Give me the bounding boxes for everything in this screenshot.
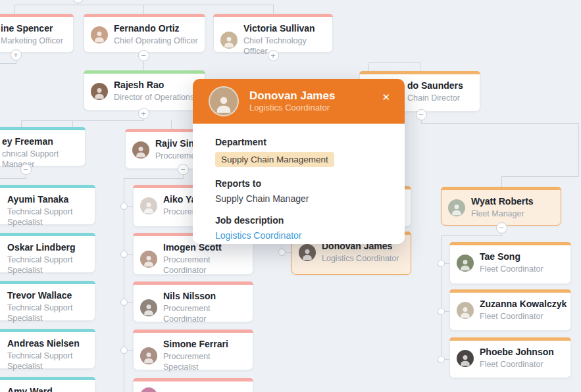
employee-detail-popup: Donovan James Logistics Coordinator ✕ De… (193, 79, 405, 244)
avatar (140, 347, 157, 364)
org-card-wyatt[interactable]: Wyatt RobertsFleet Manager (441, 187, 561, 226)
close-icon[interactable]: ✕ (382, 92, 390, 102)
employee-title: Director of Operations (114, 92, 194, 103)
org-card-spencer[interactable]: ine SpencerMarketing Officer (0, 14, 74, 53)
card-accent-bar (0, 233, 95, 236)
avatar (140, 251, 157, 268)
card-accent-bar (133, 378, 253, 381)
org-chart-canvas[interactable]: Donovan James Logistics Coordinator ✕ De… (0, 0, 581, 392)
employee-name: Nils Nilsson (163, 291, 246, 302)
org-card-tae[interactable]: Tae SongFleet Coordinator (449, 242, 571, 284)
collapse-toggle-saunders[interactable]: − (416, 109, 427, 120)
department-badge: Supply Chain Management (215, 152, 334, 167)
org-card-trevor[interactable]: Trevor WallaceTechnical Support Speciali… (0, 281, 95, 321)
org-card-freeman[interactable]: ey Freemanchnical Support Manager (0, 127, 86, 166)
connector-line (0, 63, 16, 64)
connector-line (21, 120, 144, 121)
collapse-toggle-freeman[interactable]: − (20, 164, 32, 175)
connector-line (368, 62, 420, 63)
org-card-zuzanna[interactable]: Zuzanna KowalczykFleet Coordinator (449, 289, 571, 331)
card-accent-bar (213, 14, 333, 17)
expand-toggle-rajesh[interactable]: + (138, 108, 149, 119)
org-card-kayla[interactable]: Kayla Edwards (133, 378, 253, 392)
employee-name: Simone Ferrari (163, 339, 246, 350)
connector-line (0, 178, 26, 179)
avatar (448, 199, 465, 216)
collapse-toggle-rajiv[interactable]: − (178, 164, 189, 175)
job-description-link[interactable]: Logistics Coordinator (215, 230, 389, 241)
employee-title: Procurement Coordinator (163, 255, 246, 276)
card-accent-bar (84, 14, 205, 17)
employee-title: Fleet Coordinator (480, 264, 543, 274)
avatar (91, 83, 108, 100)
card-accent-bar (133, 330, 253, 333)
employee-title: Chief Operating Officer (114, 36, 198, 46)
connector-line (14, 5, 274, 5)
employee-name: Zuzanna Kowalczyk (480, 299, 567, 310)
connector-dot (438, 260, 445, 267)
connector-line (143, 61, 144, 70)
connector-dot (438, 308, 445, 315)
person-icon (214, 94, 234, 114)
employee-name: Ayumi Tanaka (7, 194, 88, 205)
connector-line (501, 176, 579, 177)
employee-name: Oskar Lindberg (7, 242, 88, 253)
connector-line (421, 123, 579, 124)
avatar (457, 302, 474, 319)
reports-to-label: Reports to (215, 178, 389, 189)
collapse-toggle-wyatt[interactable]: − (496, 222, 507, 233)
avatar (209, 86, 239, 116)
connector-line (441, 235, 442, 359)
card-accent-bar (0, 329, 95, 332)
org-card-oskar[interactable]: Oskar LindbergTechnical Support Speciali… (0, 233, 95, 273)
employee-name: Wyatt Roberts (471, 196, 534, 207)
connector-line (441, 235, 502, 236)
connector-line (171, 120, 172, 129)
org-card-andreas[interactable]: Andreas NielsenTechnical Support Special… (0, 329, 95, 369)
connector-dot (278, 249, 286, 256)
popup-header: Donovan James Logistics Coordinator ✕ (193, 79, 405, 124)
avatar (457, 350, 474, 367)
connector-dot (438, 356, 445, 363)
employee-name: ey Freeman (2, 136, 78, 147)
card-accent-bar (0, 185, 95, 188)
avatar (457, 255, 474, 272)
card-accent-bar (0, 14, 74, 17)
employee-title: Procurement Coordinator (163, 303, 246, 325)
org-card-victoria[interactable]: Victoria SullivanChief Technology Office… (213, 14, 333, 53)
employee-name: Tae Song (480, 251, 543, 262)
avatar (220, 32, 238, 49)
org-card-rajesh[interactable]: Rajesh RaoDirector of Operations (84, 70, 205, 110)
expand-toggle-spencer[interactable]: + (11, 49, 22, 61)
card-accent-bar (0, 127, 86, 130)
popup-employee-name: Donovan James (249, 89, 335, 103)
avatar (140, 299, 157, 316)
connector-line (368, 62, 369, 71)
org-card-amy[interactable]: Amy Ward (0, 377, 95, 392)
org-card-ayumi[interactable]: Ayumi TanakaTechnical Support Specialist (0, 185, 95, 225)
org-card-phoebe[interactable]: Phoebe JohnsonFleet Coordinator (449, 337, 571, 378)
collapse-toggle-root[interactable] (72, 0, 84, 3)
connector-line (273, 5, 274, 14)
org-card-fernando[interactable]: Fernando OrtizChief Operating Officer (84, 14, 205, 53)
card-accent-bar (133, 282, 253, 285)
card-accent-bar (441, 187, 561, 190)
connector-dot (120, 251, 128, 258)
card-accent-bar (359, 71, 480, 74)
employee-title: Fleet Coordinator (480, 359, 554, 370)
employee-name: Andreas Nielsen (7, 338, 88, 349)
collapse-toggle-fernando[interactable]: − (138, 50, 149, 61)
employee-title: Chain Director (407, 93, 463, 103)
employee-name: ine Spencer (1, 23, 63, 34)
org-card-nils[interactable]: Nils NilssonProcurement Coordinator (133, 282, 253, 322)
card-accent-bar (449, 242, 571, 245)
connector-line (72, 120, 73, 127)
employee-name: do Saunders (407, 80, 463, 91)
expand-toggle-victoria[interactable]: + (268, 50, 279, 61)
employee-title: Chief Technology Officer (243, 36, 326, 57)
employee-title: Technical Support Specialist (7, 303, 88, 324)
connector-line (21, 120, 22, 127)
popup-body: Department Supply Chain Management Repor… (193, 124, 405, 241)
org-card-simone[interactable]: Simone FerrariProcurement Specialist (133, 330, 253, 370)
employee-name: Amy Ward (7, 386, 53, 392)
